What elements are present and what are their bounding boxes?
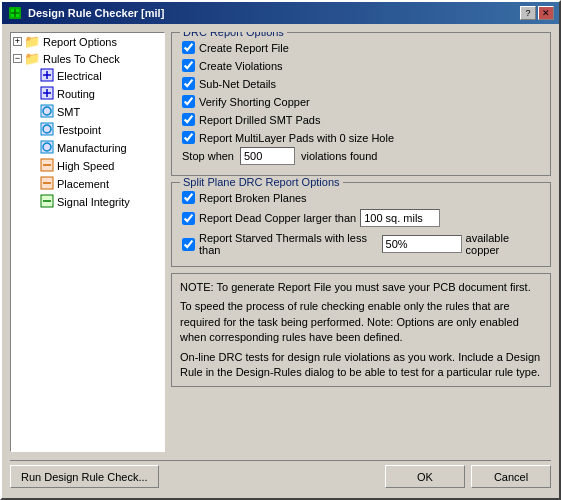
drc-option-subnet-details: Sub-Net Details xyxy=(182,77,540,90)
checkbox-dead-copper[interactable] xyxy=(182,212,195,225)
close-button[interactable]: ✕ xyxy=(538,6,554,20)
tree-container: +📁Report Options−📁Rules To CheckElectric… xyxy=(11,33,164,211)
tree-icon-placement xyxy=(40,176,54,192)
split-plane-group: Split Plane DRC Report Options Report Br… xyxy=(171,182,551,267)
tree-item-testpoint[interactable]: Testpoint xyxy=(11,121,164,139)
tree-item-signal-integrity[interactable]: Signal Integrity xyxy=(11,193,164,211)
input-starved-thermals[interactable] xyxy=(382,235,462,253)
note-line3: On-line DRC tests for design rule violat… xyxy=(180,350,542,381)
tree-item-rules-to-check[interactable]: −📁Rules To Check xyxy=(11,50,164,67)
label-create-violations: Create Violations xyxy=(199,60,283,72)
checkbox-starved-thermals[interactable] xyxy=(182,238,195,251)
split-plane-checkboxes: Report Broken PlanesReport Dead Copper l… xyxy=(182,191,540,256)
note-line2: To speed the process of rule checking en… xyxy=(180,299,542,345)
tree-item-placement[interactable]: Placement xyxy=(11,175,164,193)
checkbox-broken-planes[interactable] xyxy=(182,191,195,204)
expand-icon-rules-to-check[interactable]: − xyxy=(13,54,22,63)
drc-options-group: DRC Report Options Create Report FileCre… xyxy=(171,32,551,176)
note-line1: NOTE: To generate Report File you must s… xyxy=(180,280,542,295)
suffix-starved-thermals: available copper xyxy=(466,232,540,256)
tree-label-rules-to-check: Rules To Check xyxy=(43,53,120,65)
tree-label-testpoint: Testpoint xyxy=(57,124,101,136)
label-report-multilayer: Report MultiLayer Pads with 0 size Hole xyxy=(199,132,394,144)
tree-icon-signal-integrity xyxy=(40,194,54,210)
tree-label-placement: Placement xyxy=(57,178,109,190)
tree-icon-smt xyxy=(40,104,54,120)
label-subnet-details: Sub-Net Details xyxy=(199,78,276,90)
help-button[interactable]: ? xyxy=(520,6,536,20)
tree-icon-manufacturing xyxy=(40,140,54,156)
expand-icon-report-options[interactable]: + xyxy=(13,37,22,46)
tree-icon-report-options: 📁 xyxy=(24,34,40,49)
checkbox-report-multilayer[interactable] xyxy=(182,131,195,144)
main-window: Design Rule Checker [mil] ? ✕ +📁Report O… xyxy=(0,0,561,500)
checkbox-create-report[interactable] xyxy=(182,41,195,54)
right-panel: DRC Report Options Create Report FileCre… xyxy=(171,32,551,452)
tree-label-high-speed: High Speed xyxy=(57,160,115,172)
tree-icon-high-speed xyxy=(40,158,54,174)
tree-item-electrical[interactable]: Electrical xyxy=(11,67,164,85)
app-icon xyxy=(7,5,23,21)
violations-label: violations found xyxy=(301,150,377,162)
stop-when-label: Stop when xyxy=(182,150,234,162)
tree-item-smt[interactable]: SMT xyxy=(11,103,164,121)
tree-item-high-speed[interactable]: High Speed xyxy=(11,157,164,175)
window-body: +📁Report Options−📁Rules To CheckElectric… xyxy=(2,24,559,498)
drc-option-verify-shorting: Verify Shorting Copper xyxy=(182,95,540,108)
label-broken-planes: Report Broken Planes xyxy=(199,192,307,204)
title-bar: Design Rule Checker [mil] ? ✕ xyxy=(2,2,559,24)
notes-box: NOTE: To generate Report File you must s… xyxy=(171,273,551,387)
bottom-bar: Run Design Rule Check... OK Cancel xyxy=(10,460,551,490)
split-option-dead-copper: Report Dead Copper larger than xyxy=(182,209,540,227)
label-verify-shorting: Verify Shorting Copper xyxy=(199,96,310,108)
drc-option-create-report: Create Report File xyxy=(182,41,540,54)
stop-when-row: Stop when violations found xyxy=(182,147,540,165)
label-report-drilled: Report Drilled SMT Pads xyxy=(199,114,320,126)
tree-label-smt: SMT xyxy=(57,106,80,118)
tree-label-routing: Routing xyxy=(57,88,95,100)
drc-option-report-drilled: Report Drilled SMT Pads xyxy=(182,113,540,126)
stop-when-input[interactable] xyxy=(240,147,295,165)
ok-button[interactable]: OK xyxy=(385,465,465,488)
drc-checkboxes: Create Report FileCreate ViolationsSub-N… xyxy=(182,41,540,144)
tree-item-routing[interactable]: Routing xyxy=(11,85,164,103)
tree-label-electrical: Electrical xyxy=(57,70,102,82)
cancel-button[interactable]: Cancel xyxy=(471,465,551,488)
tree-icon-testpoint xyxy=(40,122,54,138)
drc-option-report-multilayer: Report MultiLayer Pads with 0 size Hole xyxy=(182,131,540,144)
label-create-report: Create Report File xyxy=(199,42,289,54)
checkbox-subnet-details[interactable] xyxy=(182,77,195,90)
left-panel: +📁Report Options−📁Rules To CheckElectric… xyxy=(10,32,165,452)
split-option-starved-thermals: Report Starved Thermals with less thanav… xyxy=(182,232,540,256)
tree-item-manufacturing[interactable]: Manufacturing xyxy=(11,139,164,157)
label-dead-copper: Report Dead Copper larger than xyxy=(199,212,356,224)
main-content: +📁Report Options−📁Rules To CheckElectric… xyxy=(10,32,551,452)
tree-label-report-options: Report Options xyxy=(43,36,117,48)
tree-item-report-options[interactable]: +📁Report Options xyxy=(11,33,164,50)
checkbox-verify-shorting[interactable] xyxy=(182,95,195,108)
drc-options-title: DRC Report Options xyxy=(180,32,287,38)
checkbox-create-violations[interactable] xyxy=(182,59,195,72)
input-dead-copper[interactable] xyxy=(360,209,440,227)
tree-icon-electrical xyxy=(40,68,54,84)
split-option-broken-planes: Report Broken Planes xyxy=(182,191,540,204)
tree-icon-rules-to-check: 📁 xyxy=(24,51,40,66)
tree-icon-routing xyxy=(40,86,54,102)
window-title: Design Rule Checker [mil] xyxy=(28,7,164,19)
split-plane-title: Split Plane DRC Report Options xyxy=(180,176,343,188)
tree-label-manufacturing: Manufacturing xyxy=(57,142,127,154)
drc-option-create-violations: Create Violations xyxy=(182,59,540,72)
tree-label-signal-integrity: Signal Integrity xyxy=(57,196,130,208)
checkbox-report-drilled[interactable] xyxy=(182,113,195,126)
label-starved-thermals: Report Starved Thermals with less than xyxy=(199,232,378,256)
run-button[interactable]: Run Design Rule Check... xyxy=(10,465,159,488)
